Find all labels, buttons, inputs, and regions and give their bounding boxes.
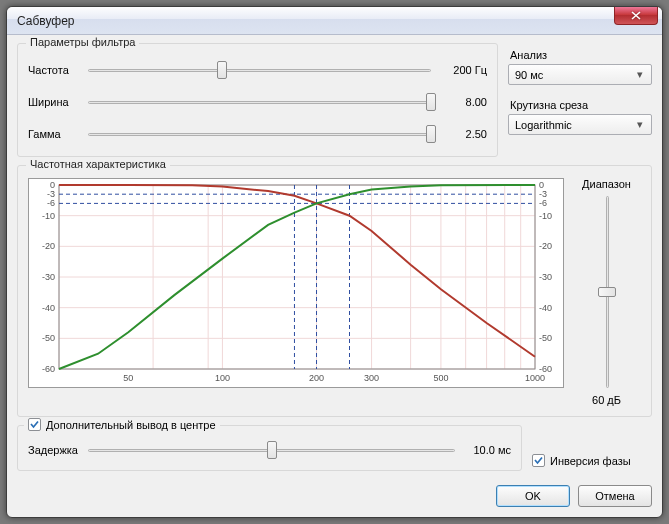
svg-text:-40: -40: [42, 303, 55, 313]
svg-text:50: 50: [123, 373, 133, 383]
center-output-label: Дополнительный вывод в центре: [46, 419, 216, 431]
svg-text:-50: -50: [42, 333, 55, 343]
svg-text:-20: -20: [42, 241, 55, 251]
slope-label: Крутизна среза: [510, 99, 652, 111]
svg-text:-20: -20: [539, 241, 552, 251]
svg-text:-50: -50: [539, 333, 552, 343]
slope-combo[interactable]: Logarithmic ▾: [508, 114, 652, 135]
svg-text:-40: -40: [539, 303, 552, 313]
window-title: Сабвуфер: [17, 14, 75, 28]
analysis-label: Анализ: [510, 49, 652, 61]
delay-slider[interactable]: [88, 440, 455, 460]
filter-params-group: Параметры фильтра Частота 200 Гц Ширина: [17, 43, 498, 157]
svg-text:-6: -6: [47, 198, 55, 208]
phase-invert-label: Инверсия фазы: [550, 455, 631, 467]
range-label: Диапазон: [582, 178, 631, 190]
svg-text:-30: -30: [42, 272, 55, 282]
delay-value: 10.0 мс: [463, 444, 511, 456]
freq-response-group: Частотная характеристика 00-3-3-6-6-10-1…: [17, 165, 652, 417]
cancel-button[interactable]: Отмена: [578, 485, 652, 507]
phase-invert-checkbox[interactable]: Инверсия фазы: [532, 454, 631, 467]
freq-slider[interactable]: [88, 60, 431, 80]
delay-group: Дополнительный вывод в центре Задержка 1…: [17, 425, 522, 471]
svg-text:-30: -30: [539, 272, 552, 282]
width-slider[interactable]: [88, 92, 431, 112]
svg-text:200: 200: [309, 373, 324, 383]
svg-text:-6: -6: [539, 198, 547, 208]
gamma-label: Гамма: [28, 128, 80, 140]
freq-response-chart: 00-3-3-6-6-10-10-20-20-30-30-40-40-50-50…: [28, 178, 564, 388]
dialog-window: Сабвуфер Параметры фильтра Частота 200 Г…: [6, 6, 663, 518]
delay-label: Задержка: [28, 444, 80, 456]
svg-text:1000: 1000: [525, 373, 545, 383]
analysis-value: 90 мс: [515, 69, 633, 81]
svg-text:500: 500: [433, 373, 448, 383]
gamma-slider[interactable]: [88, 124, 431, 144]
width-value: 8.00: [439, 96, 487, 108]
client-area: Параметры фильтра Частота 200 Гц Ширина: [7, 35, 662, 517]
filter-group-label: Параметры фильтра: [26, 36, 139, 48]
chevron-down-icon: ▾: [633, 68, 647, 81]
freq-value: 200 Гц: [439, 64, 487, 76]
close-button[interactable]: [614, 7, 658, 25]
range-slider[interactable]: [597, 196, 617, 388]
analysis-combo[interactable]: 90 мс ▾: [508, 64, 652, 85]
svg-text:300: 300: [364, 373, 379, 383]
svg-text:-60: -60: [42, 364, 55, 374]
close-icon: [631, 11, 641, 20]
width-label: Ширина: [28, 96, 80, 108]
slope-value: Logarithmic: [515, 119, 633, 131]
svg-text:-10: -10: [539, 211, 552, 221]
center-output-checkbox[interactable]: Дополнительный вывод в центре: [24, 418, 220, 431]
freq-label: Частота: [28, 64, 80, 76]
chevron-down-icon: ▾: [633, 118, 647, 131]
gamma-value: 2.50: [439, 128, 487, 140]
check-icon: [30, 420, 39, 429]
svg-text:-10: -10: [42, 211, 55, 221]
svg-text:100: 100: [215, 373, 230, 383]
check-icon: [534, 456, 543, 465]
titlebar: Сабвуфер: [7, 7, 662, 35]
ok-button[interactable]: OK: [496, 485, 570, 507]
range-value: 60 дБ: [592, 394, 621, 406]
freq-response-label: Частотная характеристика: [26, 158, 170, 170]
